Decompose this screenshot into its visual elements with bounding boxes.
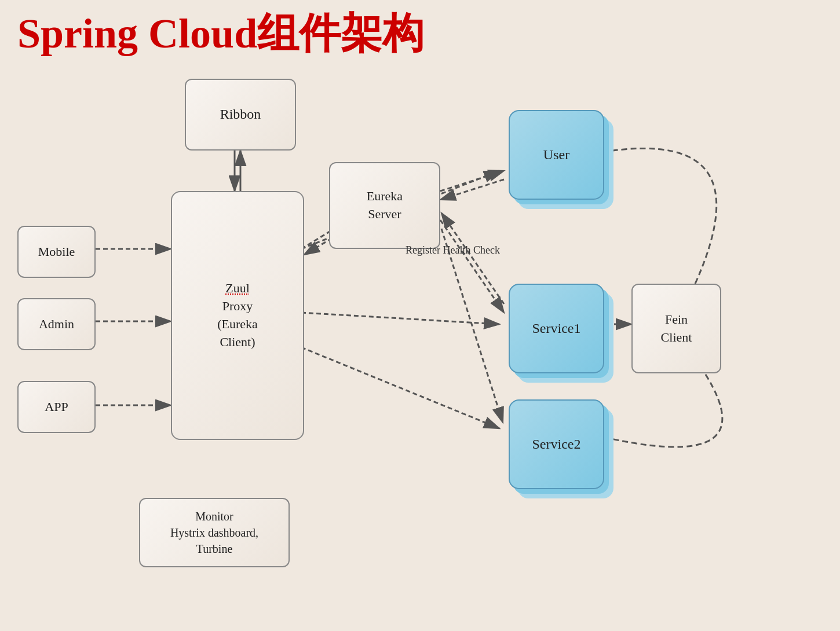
- mobile-label: Mobile: [38, 243, 75, 261]
- admin-label: Admin: [39, 316, 74, 333]
- zuul-to-service1-arrow: [301, 313, 499, 324]
- ribbon-box: Ribbon: [185, 79, 296, 151]
- user-box: User: [509, 110, 604, 200]
- zuul-to-service2-arrow: [301, 347, 499, 428]
- eureka-server-box: EurekaServer: [329, 162, 440, 249]
- service1-to-eureka-arrow: [441, 213, 504, 304]
- page-title: Spring Cloud组件架构: [17, 6, 424, 61]
- zuul-proxy-box: Zuul Proxy (EurekaClient): [171, 191, 304, 440]
- eureka-to-user-arrow: [440, 171, 504, 191]
- service1-box: Service1: [509, 284, 604, 373]
- service2-label: Service2: [532, 435, 581, 454]
- admin-box: Admin: [17, 298, 96, 350]
- zuul-label: Zuul Proxy (EurekaClient): [217, 280, 258, 351]
- mobile-box: Mobile: [17, 226, 96, 278]
- monitor-label: MonitorHystrix dashboard,Turbine: [170, 508, 258, 557]
- eureka-to-service1-arrow: [440, 220, 504, 313]
- eureka-to-service2-arrow: [441, 229, 503, 423]
- eureka-label: EurekaServer: [367, 188, 403, 223]
- user-to-eureka-arrow: [440, 179, 504, 200]
- monitor-box: MonitorHystrix dashboard,Turbine: [139, 498, 290, 567]
- register-health-text: Register Health Check: [406, 244, 500, 256]
- fein-client-box: FeinClient: [631, 284, 721, 373]
- ribbon-label: Ribbon: [220, 105, 261, 124]
- register-health-label: Register Health Check: [406, 243, 500, 258]
- fein-label: FeinClient: [661, 311, 692, 347]
- service1-label: Service1: [532, 319, 581, 339]
- app-label: APP: [45, 398, 68, 416]
- app-box: APP: [17, 381, 96, 433]
- service2-box: Service2: [509, 399, 604, 489]
- user-label: User: [543, 145, 569, 165]
